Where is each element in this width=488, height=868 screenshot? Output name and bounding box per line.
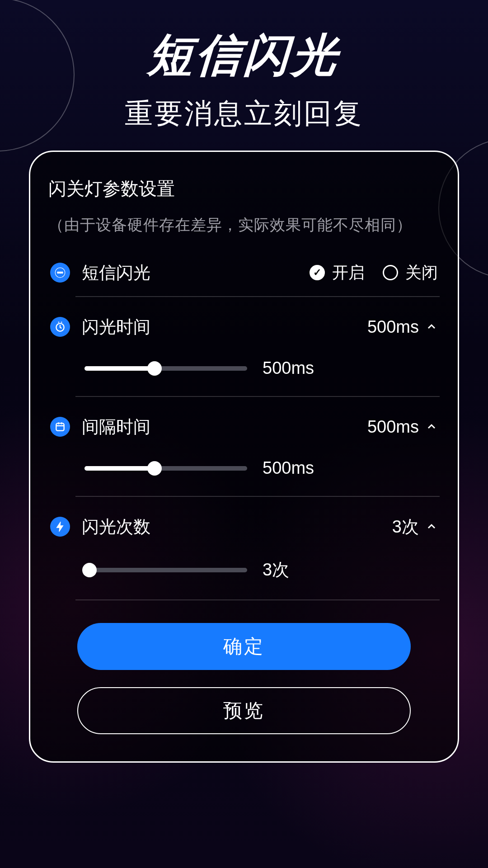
flash-interval-label: 间隔时间 xyxy=(82,415,367,439)
flash-count-slider[interactable] xyxy=(84,568,247,572)
chevron-up-icon xyxy=(425,420,438,433)
divider xyxy=(75,396,440,397)
sms-flash-off-option[interactable]: 关闭 xyxy=(383,262,438,284)
settings-card: 闪关灯参数设置 （由于设备硬件存在差异，实际效果可能不尽相同） 短信闪光 开启 … xyxy=(29,151,459,763)
flash-count-label: 闪光次数 xyxy=(82,515,392,538)
slider-thumb[interactable] xyxy=(82,563,97,577)
svg-point-3 xyxy=(61,272,63,274)
divider xyxy=(75,296,440,297)
flash-interval-slider-area: 500ms xyxy=(84,458,440,478)
flash-count-slider-area: 3次 xyxy=(84,558,440,581)
flash-duration-slider[interactable] xyxy=(84,366,247,371)
sms-flash-on-label: 开启 xyxy=(332,262,365,284)
sms-flash-label: 短信闪光 xyxy=(82,261,310,284)
flash-interval-slider[interactable] xyxy=(84,466,247,471)
chevron-up-icon xyxy=(425,520,438,533)
sms-flash-row: 短信闪光 开启 关闭 xyxy=(48,249,440,296)
slider-fill xyxy=(84,466,155,471)
page-header: 短信闪光 重要消息立刻回复 xyxy=(0,0,488,132)
flash-duration-slider-value: 500ms xyxy=(263,359,314,378)
flash-interval-value: 500ms xyxy=(367,417,419,437)
flash-duration-value: 500ms xyxy=(367,317,419,337)
page-title: 短信闪光 xyxy=(0,25,488,86)
sms-flash-on-option[interactable]: 开启 xyxy=(310,262,365,284)
radio-unchecked-icon xyxy=(383,265,398,280)
calendar-icon xyxy=(50,417,70,437)
radio-checked-icon xyxy=(310,265,325,280)
svg-point-1 xyxy=(57,272,59,274)
card-note: （由于设备硬件存在差异，实际效果可能不尽相同） xyxy=(48,215,440,236)
flash-duration-label: 闪光时间 xyxy=(82,316,367,339)
flash-interval-slider-value: 500ms xyxy=(263,458,314,478)
flash-count-slider-value: 3次 xyxy=(263,558,289,581)
flash-icon xyxy=(50,517,70,537)
clock-icon xyxy=(50,317,70,337)
slider-thumb[interactable] xyxy=(147,461,162,476)
slider-fill xyxy=(84,366,155,371)
divider xyxy=(75,496,440,497)
flash-count-row[interactable]: 闪光次数 3次 xyxy=(48,503,440,550)
flash-duration-row[interactable]: 闪光时间 500ms xyxy=(48,303,440,350)
chevron-up-icon xyxy=(425,321,438,333)
sms-flash-off-label: 关闭 xyxy=(405,262,438,284)
flash-duration-slider-area: 500ms xyxy=(84,359,440,378)
message-icon xyxy=(50,263,70,283)
flash-count-value: 3次 xyxy=(392,515,419,538)
page-subtitle: 重要消息立刻回复 xyxy=(0,94,488,132)
divider xyxy=(75,599,440,600)
slider-thumb[interactable] xyxy=(147,361,162,376)
preview-button[interactable]: 预览 xyxy=(77,687,411,734)
card-title: 闪关灯参数设置 xyxy=(48,176,440,201)
svg-rect-5 xyxy=(56,423,64,430)
flash-interval-row[interactable]: 间隔时间 500ms xyxy=(48,403,440,450)
confirm-button[interactable]: 确定 xyxy=(77,623,411,670)
svg-point-2 xyxy=(59,272,61,274)
